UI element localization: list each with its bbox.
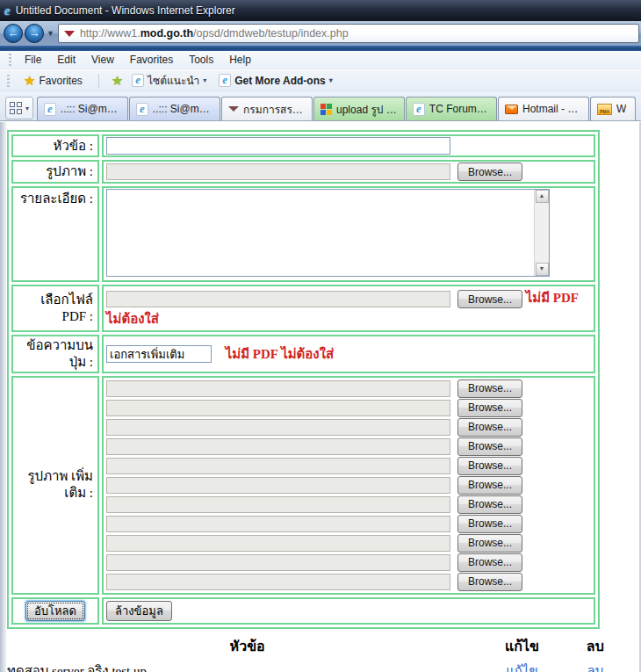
menu-file[interactable]: File <box>17 52 49 68</box>
tab-tc-forum[interactable]: e TC Forum - ... <box>406 97 497 120</box>
tab-bar: ▾ e ..::: Si@mBIT.... e ..::: Si@mBIT...… <box>0 91 641 121</box>
file-path-field[interactable] <box>106 477 450 494</box>
menu-view[interactable]: View <box>83 52 122 68</box>
menu-edit[interactable]: Edit <box>49 52 83 68</box>
scroll-up-icon[interactable]: ▲ <box>536 190 549 203</box>
browse-button[interactable]: Browse... <box>457 457 522 475</box>
favorites-button[interactable]: ★ Favorites <box>20 72 86 89</box>
tab-siambit-2[interactable]: e ..::: Si@mBIT.... <box>129 97 220 120</box>
browse-button[interactable]: Browse... <box>457 418 522 437</box>
window-frame-left <box>0 122 6 672</box>
tab-hotmail[interactable]: Hotmail - he... <box>498 97 589 120</box>
title-bar: e Untitled Document - Windows Internet E… <box>0 0 641 21</box>
browse-button[interactable]: Browse... <box>457 437 522 456</box>
file-path-field[interactable] <box>106 419 450 436</box>
file-path-field[interactable] <box>106 458 450 474</box>
file-path-field[interactable] <box>106 380 450 397</box>
button-text-label: ข้อความบนปุ่ม : <box>11 335 99 373</box>
table-row: ทดสอบ server จริง test up แก้ไข ลบ <box>7 659 634 672</box>
chevron-down-icon: ▾ <box>329 76 333 84</box>
pdf-file-input: Browse... <box>106 290 522 308</box>
tab-label: TC Forum - ... <box>429 103 490 115</box>
browse-button[interactable]: Browse... <box>457 163 522 181</box>
get-addons-button[interactable]: e Get More Add-ons ▾ <box>215 72 335 89</box>
tab-krom-sanphakon[interactable]: กรมการสรรพก... <box>221 97 313 120</box>
file-path-field[interactable] <box>106 291 450 307</box>
browse-button[interactable]: Browse... <box>457 553 522 572</box>
clear-button[interactable]: ล้างข้อมูล <box>106 601 172 621</box>
tab-label: กรมการสรรพก... <box>243 101 306 118</box>
file-path-field[interactable] <box>106 574 450 590</box>
chevron-down-icon: ▾ <box>203 76 206 84</box>
extra-image-file-input: Browse... <box>106 457 591 475</box>
button-text-note: ไม่มี PDF ไม่ต้องใส่ <box>226 347 334 361</box>
button-text-input[interactable] <box>106 345 212 363</box>
address-bar-input[interactable]: http://www1.mod.go.th/opsd/dmdweb/testup… <box>58 24 639 43</box>
url-domain: mod.go.th <box>140 27 193 40</box>
mail-icon <box>505 105 518 114</box>
tab-siambit-1[interactable]: e ..::: Si@mBIT.... <box>37 97 128 120</box>
ie-icon: e <box>219 74 231 87</box>
menu-help[interactable]: Help <box>221 52 259 68</box>
browse-button[interactable]: Browse... <box>457 573 522 591</box>
detail-textarea[interactable]: ▲ ▼ <box>106 189 550 277</box>
site-favicon-icon <box>64 31 75 37</box>
browse-button[interactable]: Browse... <box>457 534 522 553</box>
forward-button[interactable]: → <box>25 24 44 43</box>
history-dropdown-icon[interactable]: ▼ <box>47 29 54 38</box>
file-path-field[interactable] <box>106 496 450 513</box>
star-icon: ★ <box>24 74 35 87</box>
browse-button[interactable]: Browse... <box>457 495 522 514</box>
extra-image-file-input: Browse... <box>106 573 591 591</box>
topic-input[interactable] <box>106 137 450 155</box>
topic-label: หัวข้อ : <box>11 134 99 157</box>
upload-form-table: หัวข้อ : รูปภาพ : Browse... รายละเอียด :… <box>7 130 600 629</box>
ie-logo-icon: e <box>4 4 11 18</box>
file-path-field[interactable] <box>106 535 450 552</box>
extra-images-label: รูปภาพ เพิ่มเติม : <box>11 376 99 595</box>
browse-button[interactable]: Browse... <box>457 290 522 308</box>
file-path-field[interactable] <box>106 438 450 455</box>
textarea-scrollbar[interactable]: ▲ ▼ <box>534 190 549 276</box>
extra-image-file-input: Browse... <box>106 515 591 533</box>
quick-tabs-grid-icon <box>10 102 22 114</box>
favorites-bar: ★ Favorites ★ e ไซต์แนะนำ ▾ e Get More A… <box>0 70 641 91</box>
menu-favorites[interactable]: Favorites <box>122 52 181 68</box>
header-title: หัวข้อ <box>7 633 487 659</box>
image-file-input: Browse... <box>106 163 522 181</box>
add-favorite-icon[interactable]: ★ <box>112 74 123 87</box>
tab-upload-active[interactable]: upload รูป err... <box>313 97 405 120</box>
navigation-bar: ← → ▼ http://www1.mod.go.th/opsd/dmdweb/… <box>0 21 641 46</box>
tab-label: Hotmail - he... <box>522 103 582 115</box>
pdf-row: เลือกไฟล์ PDF : Browse... ไม่มี PDF ไม่ต… <box>11 285 595 332</box>
back-button[interactable]: ← <box>4 24 23 43</box>
detail-label: รายละเอียด : <box>11 186 99 282</box>
favorites-label: Favorites <box>39 75 82 87</box>
quick-tabs-button[interactable]: ▾ <box>5 97 33 119</box>
edit-link[interactable]: แก้ไข <box>487 661 556 672</box>
image-label: รูปภาพ : <box>11 160 99 184</box>
scroll-down-icon[interactable]: ▼ <box>536 263 549 276</box>
actions-row: อับโหลด ล้างข้อมูล <box>11 597 595 625</box>
list-header-row: หัวข้อ แก้ไข ลบ <box>7 633 634 659</box>
get-addons-label: Get More Add-ons <box>234 75 326 87</box>
browse-button[interactable]: Browse... <box>457 399 522 417</box>
extra-images-row: รูปภาพ เพิ่มเติม : Browse... Browse... B… <box>11 376 595 595</box>
browse-button[interactable]: Browse... <box>457 379 522 398</box>
ie-icon: e <box>413 103 425 116</box>
file-path-field[interactable] <box>106 554 450 571</box>
extra-image-file-input: Browse... <box>106 534 591 553</box>
suggested-sites-button[interactable]: e ไซต์แนะนำ ▾ <box>128 70 210 90</box>
extra-image-file-input: Browse... <box>106 418 591 437</box>
tab-phpmyadmin[interactable]: PMA W <box>590 97 636 120</box>
file-path-field[interactable] <box>106 163 450 180</box>
upload-button[interactable]: อับโหลด <box>25 601 85 621</box>
browse-button[interactable]: Browse... <box>457 515 522 533</box>
delete-link[interactable]: ลบ <box>557 661 634 672</box>
file-path-field[interactable] <box>106 516 450 532</box>
header-delete: ลบ <box>557 633 634 659</box>
browse-button[interactable]: Browse... <box>457 476 522 495</box>
menu-tools[interactable]: Tools <box>181 52 221 68</box>
extra-image-file-input: Browse... <box>106 553 591 572</box>
file-path-field[interactable] <box>106 400 450 416</box>
